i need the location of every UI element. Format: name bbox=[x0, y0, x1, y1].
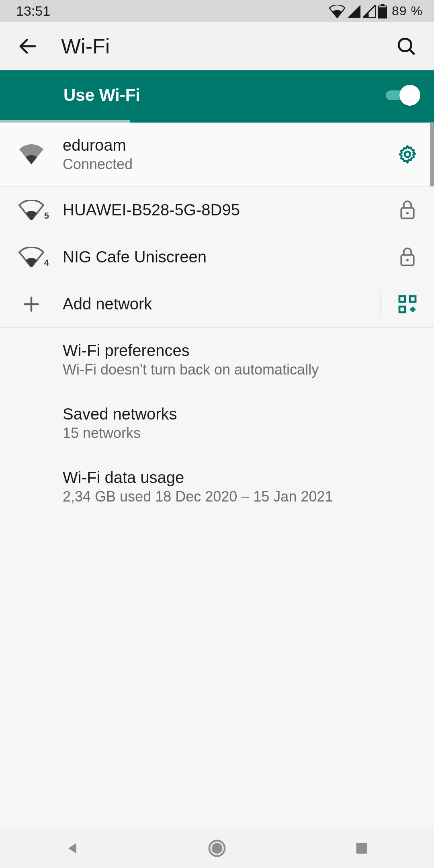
svg-point-8 bbox=[406, 212, 409, 214]
add-network-label: Add network bbox=[63, 295, 379, 313]
signal-2-icon bbox=[363, 5, 376, 18]
wifi-band-badge: 5 bbox=[44, 211, 49, 221]
network-row[interactable]: 5 HUAWEI-B528-5G-8D95 bbox=[0, 186, 434, 233]
pref-subtitle: Wi-Fi doesn't turn back on automatically bbox=[63, 361, 420, 378]
use-wifi-label: Use Wi-Fi bbox=[63, 86, 140, 105]
wifi-signal-icon bbox=[18, 144, 44, 164]
pref-subtitle: 15 networks bbox=[63, 425, 420, 442]
pref-subtitle: 2,34 GB used 18 Dec 2020 – 15 Jan 2021 bbox=[63, 488, 420, 505]
svg-point-6 bbox=[405, 151, 410, 157]
system-nav-bar bbox=[0, 828, 434, 868]
network-ssid: eduroam bbox=[63, 136, 387, 154]
svg-rect-13 bbox=[399, 296, 405, 302]
plus-icon bbox=[23, 295, 40, 313]
wifi-status-icon bbox=[329, 5, 345, 18]
page-title: Wi-Fi bbox=[61, 34, 110, 58]
saved-networks-row[interactable]: Saved networks 15 networks bbox=[0, 391, 434, 455]
pref-title: Wi-Fi data usage bbox=[63, 469, 420, 487]
scan-qr-button[interactable] bbox=[395, 295, 420, 314]
svg-rect-15 bbox=[399, 307, 405, 312]
wifi-data-usage-row[interactable]: Wi-Fi data usage 2,34 GB used 18 Dec 202… bbox=[0, 455, 434, 518]
nav-home-icon bbox=[208, 839, 226, 858]
pref-title: Wi-Fi preferences bbox=[63, 342, 420, 360]
network-row[interactable]: 4 NIG Cafe Uniscreen bbox=[0, 233, 434, 280]
svg-line-5 bbox=[409, 49, 414, 53]
add-network-row[interactable]: Add network bbox=[0, 280, 434, 328]
svg-point-10 bbox=[406, 259, 409, 261]
nav-home-button[interactable] bbox=[206, 837, 228, 860]
network-status: Connected bbox=[63, 156, 387, 173]
nav-recent-button[interactable] bbox=[350, 837, 373, 860]
search-icon bbox=[396, 36, 416, 56]
network-ssid: NIG Cafe Uniscreen bbox=[63, 248, 387, 266]
search-button[interactable] bbox=[392, 32, 420, 60]
battery-percentage: 89 % bbox=[392, 4, 423, 18]
svg-rect-2 bbox=[379, 7, 387, 18]
wifi-signal-icon bbox=[18, 247, 44, 267]
lock-icon bbox=[399, 201, 416, 220]
network-ssid: HUAWEI-B528-5G-8D95 bbox=[63, 201, 387, 219]
nav-back-icon bbox=[64, 840, 80, 856]
pref-title: Saved networks bbox=[63, 405, 420, 423]
svg-rect-14 bbox=[410, 296, 416, 302]
svg-point-19 bbox=[212, 843, 223, 854]
nav-recent-icon bbox=[354, 841, 369, 856]
battery-icon bbox=[378, 4, 387, 18]
status-time: 13:51 bbox=[16, 3, 50, 19]
back-button[interactable] bbox=[14, 32, 42, 60]
wifi-band-badge: 4 bbox=[44, 258, 49, 268]
gear-icon bbox=[397, 144, 418, 165]
qr-code-icon bbox=[398, 295, 417, 314]
signal-1-icon bbox=[348, 5, 360, 18]
wifi-list[interactable]: eduroam Connected 5 HUAWEI-B528- bbox=[0, 123, 434, 828]
nav-back-button[interactable] bbox=[61, 837, 84, 860]
wifi-signal-icon bbox=[18, 200, 44, 220]
wifi-toggle-switch[interactable] bbox=[383, 85, 420, 106]
lock-icon bbox=[399, 248, 416, 267]
vertical-divider bbox=[381, 291, 381, 317]
network-settings-button[interactable] bbox=[395, 144, 420, 165]
arrow-back-icon bbox=[18, 37, 37, 56]
svg-rect-20 bbox=[356, 843, 367, 854]
status-bar: 13:51 89 % bbox=[0, 0, 434, 22]
app-bar: Wi-Fi bbox=[0, 22, 434, 70]
network-row-connected[interactable]: eduroam Connected bbox=[0, 123, 434, 186]
wifi-preferences-row[interactable]: Wi-Fi preferences Wi-Fi doesn't turn bac… bbox=[0, 328, 434, 391]
use-wifi-toggle-row[interactable]: Use Wi-Fi bbox=[0, 70, 434, 120]
status-icons: 89 % bbox=[329, 4, 423, 18]
scrollbar-thumb[interactable] bbox=[430, 122, 434, 186]
